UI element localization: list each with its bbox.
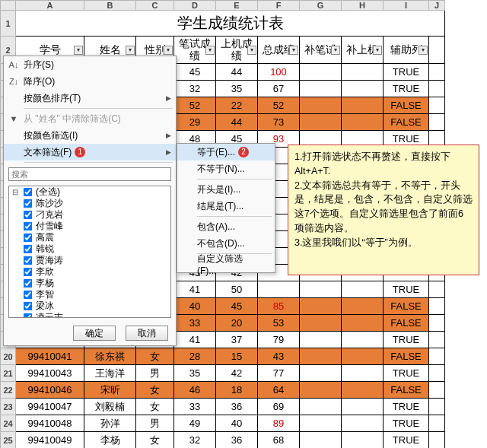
sort-by-color[interactable]: 按颜色排序(T)▶ — [4, 90, 176, 106]
data-cell[interactable]: TRUE — [384, 332, 429, 348]
data-cell[interactable] — [300, 97, 342, 114]
data-cell[interactable] — [300, 298, 342, 315]
filter-check-item[interactable]: 梁冰 — [9, 300, 170, 312]
cancel-button[interactable]: 取消 — [126, 326, 168, 341]
data-cell[interactable] — [342, 64, 384, 81]
data-cell[interactable]: 36 — [216, 399, 258, 415]
row-header[interactable]: 24 — [1, 415, 16, 432]
data-cell[interactable]: 36 — [216, 432, 258, 449]
data-cell[interactable]: FALSE — [384, 298, 429, 315]
data-cell[interactable] — [342, 382, 384, 399]
data-cell[interactable]: 99410043 — [16, 365, 84, 382]
col-B[interactable]: B — [84, 1, 136, 11]
row-header[interactable]: 25 — [1, 432, 16, 449]
data-cell[interactable]: 99410047 — [16, 399, 84, 415]
row-header[interactable]: 21 — [1, 365, 16, 382]
data-cell[interactable]: TRUE — [384, 365, 429, 382]
data-cell[interactable]: 29 — [174, 114, 216, 131]
data-cell[interactable]: 宋昕 — [84, 382, 136, 399]
filter-check-item[interactable]: 韩锐 — [9, 243, 170, 255]
data-cell[interactable]: 男 — [136, 415, 174, 432]
filter-checkbox[interactable] — [24, 302, 33, 311]
data-cell[interactable]: 85 — [258, 298, 300, 315]
filter-checkbox[interactable] — [24, 234, 33, 243]
filter-checkbox[interactable] — [24, 222, 33, 231]
filter-checkbox[interactable] — [24, 279, 33, 288]
data-cell[interactable] — [300, 315, 342, 332]
data-cell[interactable]: 32 — [174, 432, 216, 449]
data-cell[interactable]: 32 — [174, 81, 216, 97]
filter-checkbox[interactable] — [24, 313, 33, 318]
data-cell[interactable]: 孙洋 — [84, 415, 136, 432]
data-cell[interactable]: 18 — [216, 382, 258, 399]
sort-asc[interactable]: A↓升序(S) — [4, 56, 176, 73]
data-cell[interactable] — [300, 382, 342, 399]
col-A[interactable]: A — [16, 1, 84, 11]
row-header[interactable]: 20 — [1, 348, 16, 365]
filter-checkbox[interactable] — [24, 256, 33, 265]
data-cell[interactable]: 徐东祺 — [84, 348, 136, 365]
data-cell[interactable]: 45 — [174, 64, 216, 81]
col-I[interactable]: I — [384, 1, 429, 11]
data-cell[interactable]: 33 — [174, 399, 216, 415]
data-cell[interactable]: 33 — [174, 315, 216, 332]
filter-checkbox[interactable] — [24, 211, 33, 220]
filter-checkbox[interactable] — [24, 199, 33, 208]
data-cell[interactable]: 男 — [136, 365, 174, 382]
data-cell[interactable] — [342, 81, 384, 97]
filter-dropdown-icon[interactable]: ▾ — [164, 46, 173, 55]
data-cell[interactable] — [342, 365, 384, 382]
data-cell[interactable] — [300, 281, 342, 298]
filter-check-item[interactable]: ⊟(全选) — [9, 186, 170, 198]
data-cell[interactable]: 40 — [174, 298, 216, 315]
data-cell[interactable]: TRUE — [384, 64, 429, 81]
row-header[interactable]: 23 — [1, 399, 16, 415]
data-cell[interactable]: 李杨 — [84, 432, 136, 449]
row-1-header[interactable]: 1 — [1, 11, 16, 37]
data-cell[interactable]: TRUE — [384, 415, 429, 432]
data-cell[interactable]: 73 — [258, 114, 300, 131]
data-cell[interactable]: 50 — [216, 281, 258, 298]
data-cell[interactable] — [300, 332, 342, 348]
data-cell[interactable] — [342, 315, 384, 332]
filter-check-item[interactable]: 李欣 — [9, 266, 170, 278]
col-D[interactable]: D — [174, 1, 216, 11]
hdr-aux[interactable]: 辅助列▾ — [384, 37, 429, 64]
data-cell[interactable] — [342, 114, 384, 131]
text-filter[interactable]: 文本筛选(F)1▶ — [4, 144, 176, 160]
filter-equals[interactable]: 等于(E)...2 — [177, 144, 275, 160]
filter-dropdown-icon[interactable]: ▾ — [74, 46, 83, 55]
filter-dropdown-icon[interactable]: ▾ — [205, 46, 215, 55]
filter-dropdown-icon[interactable]: ▾ — [331, 46, 340, 55]
data-cell[interactable] — [300, 64, 342, 81]
filter-contains[interactable]: 包含(A)... — [177, 218, 275, 235]
filter-ends-with[interactable]: 结尾是(T)... — [177, 198, 275, 214]
data-cell[interactable]: 53 — [258, 315, 300, 332]
data-cell[interactable] — [300, 365, 342, 382]
hdr-written[interactable]: 笔试成 绩▾ — [174, 37, 216, 64]
data-cell[interactable]: 68 — [258, 432, 300, 449]
sort-desc[interactable]: Z↓降序(O) — [4, 73, 176, 90]
col-E[interactable]: E — [216, 1, 258, 11]
data-cell[interactable]: 69 — [258, 399, 300, 415]
data-cell[interactable]: 44 — [216, 64, 258, 81]
data-cell[interactable]: 99410049 — [16, 432, 84, 449]
filter-checkbox[interactable] — [24, 291, 33, 300]
corner-cell[interactable] — [1, 1, 16, 11]
filter-not-contains[interactable]: 不包含(D)... — [177, 235, 275, 252]
data-cell[interactable]: 42 — [216, 365, 258, 382]
filter-check-item[interactable]: 贾海涛 — [9, 255, 170, 266]
data-cell[interactable]: 99410046 — [16, 382, 84, 399]
filter-dropdown-icon[interactable]: ▾ — [373, 46, 382, 55]
data-cell[interactable] — [342, 399, 384, 415]
filter-begins-with[interactable]: 开头是(I)... — [177, 181, 275, 198]
data-cell[interactable] — [342, 332, 384, 348]
data-cell[interactable]: TRUE — [384, 399, 429, 415]
filter-checkbox[interactable] — [24, 188, 33, 197]
data-cell[interactable]: 15 — [216, 348, 258, 365]
data-cell[interactable]: 67 — [258, 81, 300, 97]
data-cell[interactable]: 99410041 — [16, 348, 84, 365]
filter-checkbox[interactable] — [24, 245, 33, 254]
data-cell[interactable] — [342, 281, 384, 298]
data-cell[interactable]: 43 — [258, 348, 300, 365]
